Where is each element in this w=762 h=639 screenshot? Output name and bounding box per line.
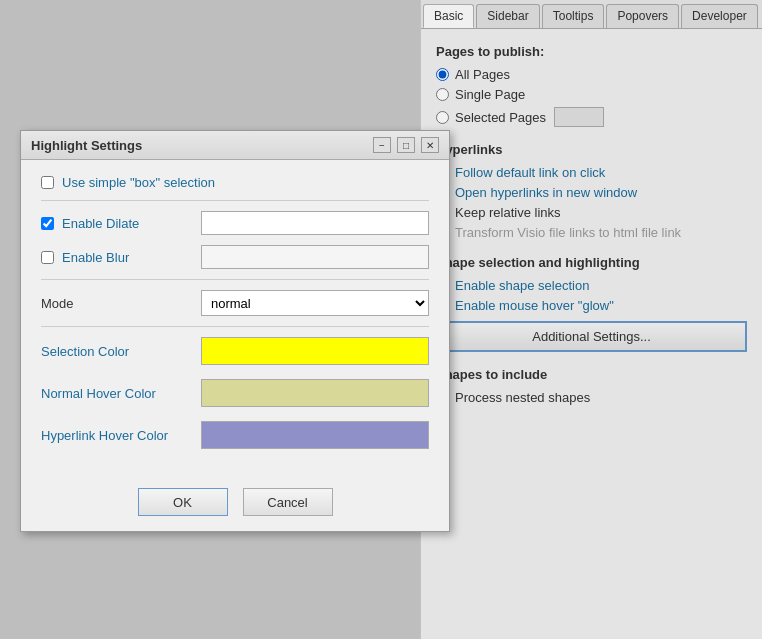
mode-row: Mode normal glow shadow (41, 290, 429, 316)
hyperlink-hover-color-swatch[interactable] (201, 421, 429, 449)
separator-3 (41, 326, 429, 327)
dialog-overlay: Highlight Settings − □ ✕ Use simple "box… (0, 0, 762, 639)
restore-button[interactable]: □ (397, 137, 415, 153)
dialog-body: Use simple "box" selection Enable Dilate… (21, 160, 449, 478)
selection-color-swatch[interactable] (201, 337, 429, 365)
blur-value-input[interactable]: 2 (201, 245, 429, 269)
normal-hover-color-swatch[interactable] (201, 379, 429, 407)
hyperlink-hover-color-row: Hyperlink Hover Color (41, 421, 429, 449)
selection-color-label: Selection Color (41, 344, 201, 359)
dialog-footer: OK Cancel (21, 478, 449, 531)
selection-color-row: Selection Color (41, 337, 429, 365)
dialog-title: Highlight Settings (31, 138, 142, 153)
close-button[interactable]: ✕ (421, 137, 439, 153)
use-simple-box-checkbox[interactable] (41, 176, 54, 189)
separator-1 (41, 200, 429, 201)
highlight-settings-dialog: Highlight Settings − □ ✕ Use simple "box… (20, 130, 450, 532)
normal-hover-color-row: Normal Hover Color (41, 379, 429, 407)
use-simple-box-item: Use simple "box" selection (41, 175, 429, 190)
tab-basic[interactable]: Basic (423, 4, 474, 28)
separator-2 (41, 279, 429, 280)
enable-blur-checkbox[interactable] (41, 251, 54, 264)
ok-button[interactable]: OK (138, 488, 228, 516)
mode-select[interactable]: normal glow shadow (201, 290, 429, 316)
hyperlink-hover-color-label: Hyperlink Hover Color (41, 428, 201, 443)
enable-blur-row: Enable Blur 2 (41, 245, 429, 269)
use-simple-box-label: Use simple "box" selection (62, 175, 215, 190)
dilate-value-input[interactable]: 4 (201, 211, 429, 235)
minimize-button[interactable]: − (373, 137, 391, 153)
enable-blur-label: Enable Blur (62, 250, 129, 265)
enable-dilate-row: Enable Dilate 4 (41, 211, 429, 235)
enable-dilate-checkbox[interactable] (41, 217, 54, 230)
enable-dilate-label: Enable Dilate (62, 216, 139, 231)
cancel-button[interactable]: Cancel (243, 488, 333, 516)
dialog-titlebar: Highlight Settings − □ ✕ (21, 131, 449, 160)
normal-hover-color-label: Normal Hover Color (41, 386, 201, 401)
mode-label: Mode (41, 296, 201, 311)
titlebar-controls: − □ ✕ (373, 137, 439, 153)
